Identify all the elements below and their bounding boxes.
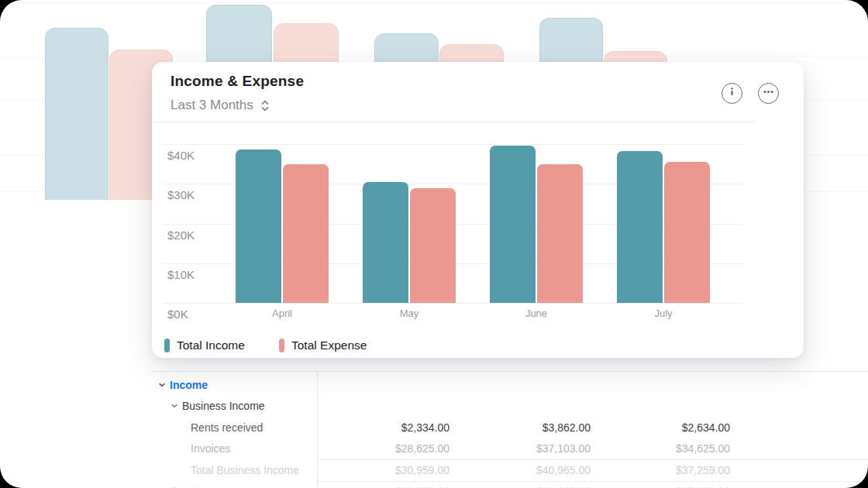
table-row-invoices: Invoices$28,625.00$37,103.00$34,625.00 — [152, 438, 868, 460]
legend-swatch — [164, 339, 170, 352]
row-label: Total Business Income — [191, 464, 299, 476]
bar-income-june — [490, 146, 536, 303]
y-axis-tick: $10K — [167, 268, 195, 281]
row-value: $3,862.00 — [474, 421, 591, 434]
legend-label: Total Expense — [291, 339, 367, 352]
legend-item-total-income[interactable]: Total Income — [164, 339, 245, 352]
app-canvas: Income & Expense Last 3 Months — [0, 0, 868, 488]
table-row-income[interactable]: Income — [152, 374, 868, 396]
bar-expense-july — [664, 162, 710, 303]
gridline — [163, 303, 742, 304]
row-label: Invoices — [191, 442, 230, 455]
row-value: $28,625.00 — [333, 442, 450, 455]
y-axis-tick: $40K — [167, 149, 195, 162]
row-value: $40,965.00 — [474, 464, 591, 476]
legend-item-total-expense[interactable]: Total Expense — [279, 339, 367, 352]
bar-income-may — [363, 182, 408, 303]
x-axis-label: July — [629, 308, 698, 319]
bar-expense-june — [537, 164, 583, 303]
income-expense-card: Income & Expense Last 3 Months — [152, 62, 804, 358]
chevron-down-icon — [158, 381, 166, 389]
x-axis-label: May — [374, 308, 444, 319]
bar-chart: $40K$30K$20K$10K$0KAprilMayJuneJulyTotal… — [152, 62, 804, 358]
row-value: $30,959.00 — [333, 464, 450, 476]
background-bar-income — [45, 28, 108, 200]
table-row-total-business-income: Total Business Income$30,959.00$40,965.0… — [152, 459, 868, 481]
x-axis-label: June — [501, 308, 571, 319]
table-row-rents-received: Rents received$2,334.00$3,862.00$2,634.0… — [152, 417, 868, 438]
legend-label: Total Income — [177, 339, 245, 352]
row-label: Income — [170, 379, 208, 391]
legend-swatch — [279, 339, 284, 352]
bar-expense-may — [410, 188, 456, 303]
row-label: Business Income — [182, 400, 265, 412]
y-axis-tick: $30K — [167, 188, 195, 201]
row-value: $40,965.00 — [474, 485, 591, 488]
row-value: $37,259.00 — [614, 485, 730, 488]
row-value: $2,634.00 — [614, 421, 730, 434]
row-divider — [318, 459, 868, 460]
income-table: IncomeBusiness IncomeRents received$2,33… — [152, 371, 868, 488]
bar-income-april — [236, 149, 281, 303]
row-value: $37,103.00 — [474, 442, 591, 455]
row-divider — [318, 481, 868, 482]
bar-income-july — [617, 151, 663, 303]
y-axis-tick: $0K — [167, 308, 188, 321]
row-value: $37,259.00 — [614, 464, 730, 476]
bar-expense-april — [283, 164, 329, 303]
table-row-total-income: Total Income$30,959.00$40,965.00$37,259.… — [152, 481, 868, 488]
row-value: $2,334.00 — [333, 421, 450, 434]
row-value: $30,959.00 — [333, 485, 450, 488]
row-value: $34,625.00 — [614, 442, 730, 455]
chevron-down-icon — [170, 402, 178, 410]
table-row-business-income[interactable]: Business Income — [152, 396, 868, 418]
row-label: Rents received — [191, 421, 263, 434]
gridline — [163, 144, 742, 145]
row-label: Total Income — [170, 485, 232, 488]
y-axis-tick: $20K — [167, 229, 195, 242]
x-axis-label: April — [247, 308, 317, 319]
background-gridline — [0, 2, 868, 3]
